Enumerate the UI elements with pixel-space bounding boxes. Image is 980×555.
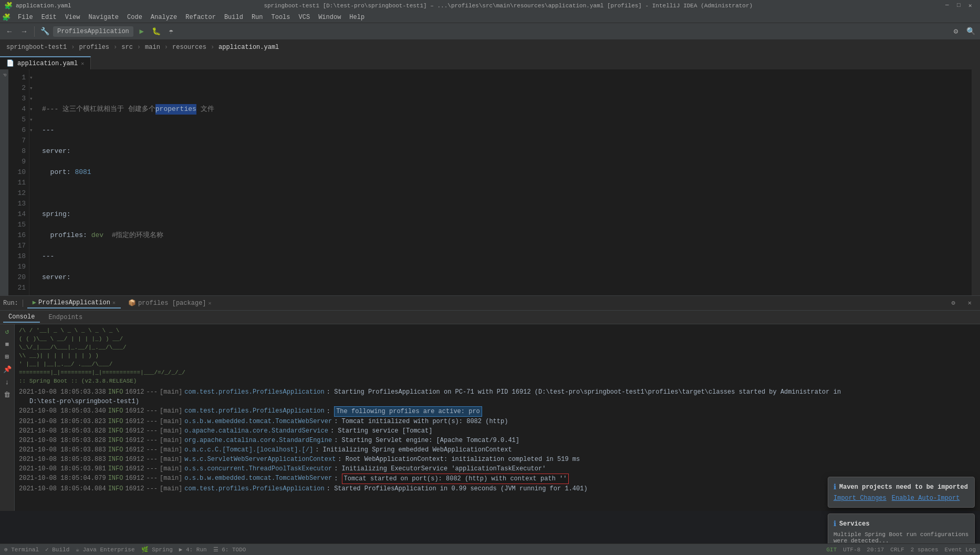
profiles-active-highlight: The following profiles are active: pro: [334, 406, 482, 417]
code-line-4: server:: [42, 146, 972, 157]
status-run[interactable]: ▶ 4: Run: [179, 546, 207, 553]
fold-gutter: ▾▾▾▾▾▾: [29, 69, 36, 295]
status-build[interactable]: ✓ Build: [45, 546, 69, 553]
status-terminal[interactable]: ⊕ Terminal: [4, 546, 39, 553]
status-encoding[interactable]: UTF-8: [843, 547, 860, 553]
run-tab-profiles-package[interactable]: 📦 profiles [package] ✕: [123, 298, 217, 308]
rerun-button[interactable]: ↺: [2, 326, 13, 337]
status-indent[interactable]: 2 spaces: [911, 547, 939, 553]
menu-run[interactable]: Run: [247, 13, 267, 22]
endpoints-tab[interactable]: Endpoints: [43, 313, 88, 322]
endpoints-tab-label: Endpoints: [48, 314, 82, 321]
menu-edit[interactable]: Edit: [37, 13, 61, 22]
run-tab-package-label: profiles [package]: [138, 300, 206, 307]
console-tab-label: Console: [8, 313, 35, 321]
enable-auto-import-link[interactable]: Enable Auto-Import: [892, 495, 960, 502]
bc-main[interactable]: main: [142, 43, 163, 52]
menu-code[interactable]: Code: [123, 13, 147, 22]
code-content[interactable]: #--- 这三个横杠就相当于 创建多个properties 文件 --- ser…: [36, 69, 972, 295]
code-editor[interactable]: 1 2 3 4 5 6 7 8 9 10 11 12 13 14 15 16 1…: [8, 69, 972, 295]
clear-console-button[interactable]: 🗑: [2, 389, 13, 400]
editor-scrollbar[interactable]: [972, 69, 980, 295]
console-tabs: Console Endpoints: [0, 311, 980, 324]
log-line-1: 2021-10-08 18:05:03.338 INFO 16912 --- […: [19, 387, 976, 397]
run-button[interactable]: ▶: [135, 25, 148, 38]
status-crlf[interactable]: CRLF: [890, 547, 904, 553]
console-side-icons: ↺ ■ ⊞ 📌 ↓ 🗑: [0, 324, 15, 511]
stop-button[interactable]: ■: [2, 339, 13, 350]
editor-tabs: 📄 application.yaml ✕: [0, 55, 980, 69]
restore-layout-button[interactable]: ⊞: [2, 352, 13, 362]
log-line-8: 2021-10-08 18:05:03.981 INFO 16912 --- […: [19, 464, 976, 474]
toolbar-separator: [34, 26, 35, 37]
status-spring[interactable]: 🌿 Spring: [141, 546, 173, 553]
menu-view[interactable]: View: [61, 13, 85, 22]
back-button[interactable]: ←: [3, 25, 16, 38]
editor-tab-yaml[interactable]: 📄 application.yaml ✕: [0, 56, 91, 69]
bc-profiles[interactable]: profiles: [76, 43, 112, 52]
services-info-icon: ℹ: [833, 519, 836, 528]
bc-src[interactable]: src: [118, 43, 136, 52]
settings-button[interactable]: ⚙: [950, 25, 962, 38]
app-selector[interactable]: ProfilesApplication: [53, 26, 133, 37]
search-everywhere-button[interactable]: 🔍: [964, 25, 977, 38]
menu-vcs[interactable]: VCS: [295, 13, 315, 22]
menu-analyze[interactable]: Analyze: [147, 13, 181, 22]
yaml-file-icon: 📄: [6, 59, 14, 67]
run-tab-app-close[interactable]: ✕: [112, 300, 116, 306]
status-todo[interactable]: ☰ 6: TODO: [213, 546, 246, 553]
log-line-6: 2021-10-08 18:05:03.883 INFO 16912 --- […: [19, 445, 976, 455]
minimize-button[interactable]: ─: [945, 2, 953, 9]
left-gutter: P: [0, 69, 8, 295]
run-label: Run:: [3, 300, 23, 307]
menu-refactor[interactable]: Refactor: [181, 13, 220, 22]
project-icon[interactable]: P: [1, 71, 8, 79]
project-name: application.yaml: [16, 3, 71, 9]
status-java-enterprise[interactable]: ☕ Java Enterprise: [76, 546, 134, 553]
services-popup-title: Services: [839, 520, 870, 528]
package-icon: 📦: [128, 299, 136, 307]
run-tab-profiles-app[interactable]: ▶ ProfilesApplication ✕: [27, 297, 121, 309]
toolbar: ← → 🔧 ProfilesApplication ▶ 🐛 ☂ ⚙ 🔍: [0, 23, 980, 40]
run-app-icon: ▶: [33, 299, 36, 306]
spring-banner: /\ / '__| _ \ _ \ _ \ _ \ _ \ ( ( )\__ \…: [19, 326, 976, 385]
run-tab-app-label: ProfilesApplication: [38, 299, 110, 306]
close-panel-button[interactable]: ✕: [963, 298, 977, 308]
code-line-9: ---: [42, 251, 972, 262]
bc-file[interactable]: application.yaml: [215, 43, 282, 52]
code-line-3: ---: [42, 125, 972, 136]
tab-close-button[interactable]: ✕: [81, 60, 84, 67]
maven-import-popup: ℹ Maven projects need to be imported Imp…: [828, 477, 975, 508]
bc-resources[interactable]: resources: [169, 43, 210, 52]
console-tab[interactable]: Console: [3, 312, 40, 323]
code-line-7: spring:: [42, 209, 972, 220]
event-log[interactable]: Event Log: [945, 547, 976, 553]
coverage-button[interactable]: ☂: [165, 25, 178, 38]
code-line-8: profiles: dev #指定的环境名称: [42, 230, 972, 241]
menu-window[interactable]: Window: [314, 13, 345, 22]
close-button[interactable]: ✕: [968, 2, 976, 9]
menu-tools[interactable]: Tools: [267, 13, 295, 22]
tomcat-started-highlight: Tomcat started on port(s): 8082 (http) w…: [342, 474, 569, 484]
tab-filename: application.yaml: [17, 60, 78, 67]
menu-file[interactable]: File: [14, 13, 37, 22]
maximize-button[interactable]: □: [957, 2, 964, 9]
menu-help[interactable]: Help: [345, 13, 369, 22]
status-git[interactable]: GIT: [827, 547, 837, 553]
services-popup-desc: Multiple Spring Boot run configurations …: [833, 531, 969, 544]
forward-button[interactable]: →: [18, 25, 30, 38]
run-tab-pkg-close[interactable]: ✕: [208, 300, 212, 306]
breadcrumb: springboot-test1 › profiles › src › main…: [0, 40, 980, 55]
maven-info-icon: ℹ: [833, 482, 836, 491]
pin-tab-button[interactable]: 📌: [2, 364, 13, 375]
menu-build[interactable]: Build: [220, 13, 247, 22]
status-line-col[interactable]: 20:17: [867, 547, 884, 553]
menu-navigate[interactable]: Navigate: [84, 13, 123, 22]
import-changes-link[interactable]: Import Changes: [833, 495, 887, 502]
debug-button[interactable]: 🐛: [150, 25, 163, 38]
bc-project[interactable]: springboot-test1: [3, 43, 70, 52]
log-line-5: 2021-10-08 18:05:03.828 INFO 16912 --- […: [19, 436, 976, 445]
scroll-end-button[interactable]: ↓: [2, 377, 13, 387]
settings-icon-run[interactable]: ⚙: [946, 298, 961, 308]
run-config-icon: 🔧: [38, 25, 51, 38]
